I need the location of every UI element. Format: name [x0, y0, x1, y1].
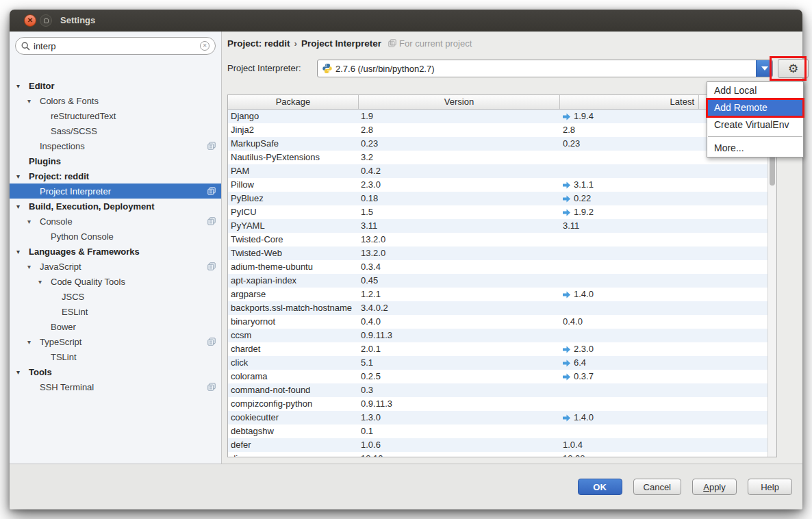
sidebar-item-label: Project Interpreter	[40, 186, 111, 197]
sidebar-item-javascript[interactable]: ▾JavaScript	[10, 259, 221, 274]
cell-latest: 1.4.0	[560, 288, 699, 301]
apply-button[interactable]: Apply	[692, 479, 737, 495]
cell-latest	[560, 246, 699, 260]
cell-spacer	[699, 438, 776, 452]
cell-version: 0.45	[359, 274, 560, 288]
cell-package: colorama	[228, 370, 359, 383]
sidebar-item-editor[interactable]: ▾Editor	[10, 78, 221, 93]
chevron-down-icon[interactable]: ▾	[16, 82, 29, 90]
table-row-apt-xapian-index[interactable]: apt-xapian-index0.45	[228, 274, 776, 288]
table-row-binaryornot[interactable]: binaryornot0.4.00.4.0	[228, 315, 776, 329]
clear-search-button[interactable]: ✕	[200, 41, 210, 51]
interpreter-gear-button[interactable]: ⚙	[778, 59, 809, 78]
table-row-backports-ssl-match-hostname[interactable]: backports.ssl-match-hostname3.4.0.2	[228, 301, 776, 315]
help-button[interactable]: Help	[748, 479, 792, 495]
sidebar-item-restructuredtext[interactable]: reStructuredText	[10, 108, 221, 123]
maximize-icon	[44, 18, 49, 23]
column-header-version[interactable]: Version	[359, 95, 560, 109]
sidebar-item-label: Plugins	[29, 156, 61, 166]
sidebar-item-label: Build, Execution, Deployment	[29, 201, 154, 212]
sidebar-item-languages-frameworks[interactable]: ▾Languages & Frameworks	[10, 244, 221, 259]
breadcrumb-project[interactable]: Project: reddit	[227, 38, 290, 49]
cell-latest: 1.0.4	[560, 438, 699, 452]
ok-button[interactable]: OK	[578, 479, 622, 495]
sidebar-item-python-console[interactable]: Python Console	[10, 229, 221, 244]
column-header-package[interactable]: Package	[228, 95, 359, 109]
table-row-defer[interactable]: defer1.0.61.0.4	[228, 438, 776, 452]
sidebar-item-build-execution-deployment[interactable]: ▾Build, Execution, Deployment	[10, 199, 221, 214]
table-row-command-not-found[interactable]: command-not-found0.3	[228, 383, 776, 397]
latest-version-text: 1.0.4	[563, 438, 583, 452]
cancel-button[interactable]: Cancel	[633, 479, 681, 495]
sidebar-item-ssh-terminal[interactable]: SSH Terminal	[10, 379, 221, 394]
table-row-markupsafe[interactable]: MarkupSafe0.230.23	[228, 137, 776, 151]
window-close-button[interactable]: ✕	[24, 14, 36, 27]
sidebar-item-label: Project: reddit	[29, 171, 89, 181]
sidebar-item-eslint[interactable]: ESLint	[10, 304, 221, 319]
chevron-down-icon[interactable]: ▾	[27, 338, 40, 346]
table-row-pyicu[interactable]: PyICU1.51.9.2	[228, 205, 776, 219]
sidebar-item-jscs[interactable]: JSCS	[10, 289, 221, 304]
cell-version: 2.3.0	[359, 178, 560, 192]
table-row-nautilus-pyextensions[interactable]: Nautilus-PyExtensions3.2	[228, 151, 776, 164]
chevron-down-icon[interactable]: ▾	[16, 368, 29, 376]
interpreter-dropdown-button[interactable]	[756, 60, 772, 77]
cell-spacer	[699, 233, 776, 246]
table-row-pillow[interactable]: Pillow2.3.03.1.1	[228, 178, 776, 192]
table-scrollbar[interactable]	[767, 110, 776, 457]
cell-spacer	[699, 246, 776, 260]
sidebar-item-typescript[interactable]: ▾TypeScript	[10, 334, 221, 349]
chevron-down-icon[interactable]: ▾	[16, 203, 29, 210]
table-row-argparse[interactable]: argparse1.2.11.4.0	[228, 288, 776, 301]
window-maximize-button[interactable]	[40, 14, 52, 27]
table-row-colorama[interactable]: colorama0.2.50.3.7	[228, 370, 776, 383]
sidebar-item-bower[interactable]: Bower	[10, 319, 221, 334]
table-row-twisted-web[interactable]: Twisted-Web13.2.0	[228, 246, 776, 260]
table-row-adium-theme-ubuntu[interactable]: adium-theme-ubuntu0.3.4	[228, 260, 776, 274]
chevron-down-icon[interactable]: ▾	[27, 97, 40, 105]
sidebar-item-project-interpreter[interactable]: Project Interpreter	[10, 183, 221, 199]
sidebar-item-code-quality-tools[interactable]: ▾Code Quality Tools	[10, 274, 221, 289]
sidebar-item-tools[interactable]: ▾Tools	[10, 364, 221, 379]
column-header-latest[interactable]: Latest	[560, 95, 699, 109]
table-row-pam[interactable]: PAM0.4.2	[228, 164, 776, 178]
table-row-pybluez[interactable]: PyBluez0.180.22	[228, 192, 776, 205]
sidebar-item-console[interactable]: ▾Console	[10, 214, 221, 229]
table-row-twisted-core[interactable]: Twisted-Core13.2.0	[228, 233, 776, 246]
table-row-django[interactable]: Django1.91.9.4	[228, 110, 776, 123]
table-row-debtagshw[interactable]: debtagshw0.1	[228, 425, 776, 438]
table-row-click[interactable]: click5.16.4	[228, 356, 776, 370]
cell-latest: 0.23	[560, 137, 699, 151]
cell-latest: 1.4.0	[560, 411, 699, 425]
latest-version-text: 1.4.0	[574, 288, 594, 301]
table-row-dirspec[interactable]: dirspec13.1013.08	[228, 452, 776, 457]
copy-settings-icon	[207, 142, 216, 150]
cell-latest	[560, 274, 699, 288]
chevron-down-icon[interactable]: ▾	[16, 173, 29, 180]
menu-item-more[interactable]: More...	[707, 140, 803, 157]
cell-version: 0.9.11.3	[359, 397, 560, 411]
chevron-down-icon[interactable]: ▾	[16, 248, 29, 255]
table-row-pyyaml[interactable]: PyYAML3.113.11	[228, 219, 776, 233]
table-row-chardet[interactable]: chardet2.0.12.3.0	[228, 342, 776, 356]
sidebar-item-tslint[interactable]: TSLint	[10, 349, 221, 364]
menu-item-create-virtualenv[interactable]: Create VirtualEnv	[707, 116, 803, 134]
chevron-down-icon[interactable]: ▾	[27, 218, 40, 225]
sidebar-item-inspections[interactable]: Inspections	[10, 138, 221, 153]
settings-search-input[interactable]: interp ✕	[15, 37, 216, 55]
table-row-ccsm[interactable]: ccsm0.9.11.3	[228, 329, 776, 342]
chevron-down-icon[interactable]: ▾	[38, 278, 51, 286]
menu-item-add-remote[interactable]: Add Remote	[707, 99, 803, 116]
sidebar-item-sass-scss[interactable]: Sass/SCSS	[10, 123, 221, 138]
cell-latest	[560, 260, 699, 274]
sidebar-item-colors-fonts[interactable]: ▾Colors & Fonts	[10, 93, 221, 108]
table-row-cookiecutter[interactable]: cookiecutter1.3.01.4.0	[228, 411, 776, 425]
table-row-compizconfig-python[interactable]: compizconfig-python0.9.11.3	[228, 397, 776, 411]
table-row-jinja2[interactable]: Jinja22.82.8	[228, 123, 776, 137]
interpreter-select[interactable]: 2.7.6 (/usr/bin/python2.7)	[317, 60, 773, 77]
sidebar-item-plugins[interactable]: Plugins	[10, 153, 221, 168]
menu-item-add-local[interactable]: Add Local	[707, 82, 803, 99]
sidebar-item-project-reddit[interactable]: ▾Project: reddit	[10, 168, 221, 183]
upgrade-arrow-icon	[563, 346, 570, 353]
chevron-down-icon[interactable]: ▾	[27, 263, 40, 270]
